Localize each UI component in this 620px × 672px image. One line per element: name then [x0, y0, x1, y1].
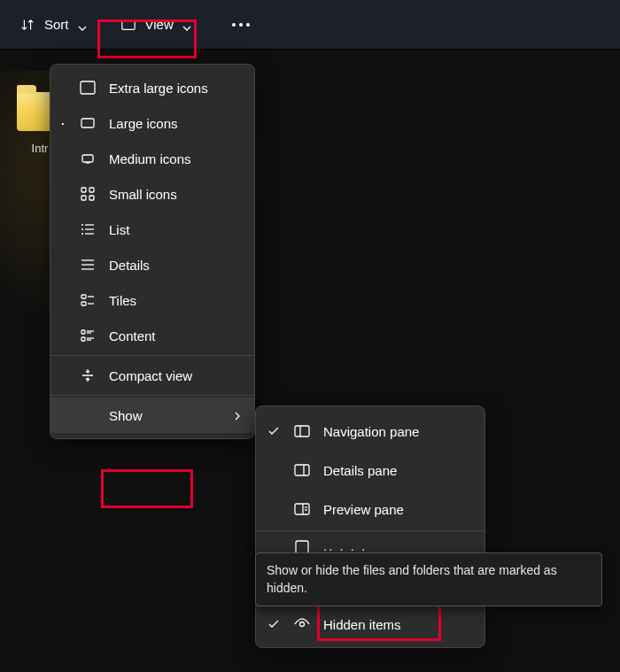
svg-rect-20	[81, 302, 86, 305]
more-button[interactable]	[220, 16, 262, 34]
menu-separator	[50, 355, 254, 356]
list-icon	[79, 220, 97, 238]
svg-rect-22	[81, 330, 85, 334]
extra-large-icons-icon	[79, 79, 97, 97]
menu-separator	[50, 395, 254, 396]
tooltip: Show or hide the files and folders that …	[255, 552, 602, 606]
menu-item-small-icons[interactable]: Small icons	[50, 176, 254, 212]
check-icon	[267, 618, 281, 630]
svg-rect-32	[295, 504, 309, 514]
blank-icon	[79, 406, 97, 424]
menu-label: Large icons	[109, 116, 178, 131]
menu-item-large-icons[interactable]: • Large icons	[50, 105, 254, 141]
submenu-item-details-pane[interactable]: Details pane	[256, 451, 484, 490]
menu-item-details[interactable]: Details	[50, 247, 254, 282]
view-label: View	[145, 17, 174, 32]
navigation-pane-icon	[293, 422, 311, 440]
menu-label: Show	[109, 408, 143, 423]
svg-rect-25	[81, 337, 85, 341]
selected-bullet: •	[59, 120, 66, 127]
hidden-items-icon	[293, 615, 311, 633]
sort-button[interactable]: Sort	[7, 10, 99, 40]
menu-separator	[256, 530, 484, 531]
sort-label: Sort	[44, 17, 69, 32]
menu-label: Content	[109, 328, 156, 344]
menu-label: Hidden items	[323, 617, 401, 632]
svg-rect-7	[81, 196, 86, 200]
menu-label: Details pane	[323, 463, 397, 478]
small-icons-icon	[79, 185, 97, 203]
menu-item-medium-icons[interactable]: Medium icons	[50, 141, 254, 176]
view-button[interactable]: View	[108, 10, 204, 40]
menu-item-tiles[interactable]: Tiles	[50, 282, 254, 318]
details-icon	[79, 256, 97, 274]
svg-rect-0	[121, 20, 134, 29]
svg-rect-5	[81, 188, 86, 192]
chevron-right-icon	[233, 408, 242, 423]
preview-pane-icon	[293, 500, 311, 518]
svg-rect-6	[89, 188, 94, 192]
menu-label: Extra large icons	[109, 81, 208, 96]
show-submenu-continued: Hidden items	[255, 600, 485, 648]
large-icons-icon	[79, 114, 97, 132]
svg-rect-3	[82, 155, 93, 162]
menu-label: Details	[109, 258, 150, 273]
svg-point-37	[300, 622, 305, 627]
submenu-item-navigation-pane[interactable]: Navigation pane	[256, 412, 484, 451]
menu-label: Navigation pane	[323, 424, 419, 439]
menu-label: Small icons	[109, 187, 177, 202]
submenu-item-hidden-items[interactable]: Hidden items	[256, 605, 484, 644]
svg-rect-28	[295, 426, 309, 436]
toolbar: Sort View	[0, 0, 620, 50]
svg-rect-30	[295, 465, 309, 475]
menu-label: Tiles	[109, 293, 136, 308]
content-icon	[79, 327, 97, 344]
sort-icon	[19, 17, 35, 33]
menu-label: Compact view	[109, 368, 192, 383]
menu-label: .. . . .	[323, 538, 367, 553]
menu-item-show[interactable]: Show	[50, 398, 254, 433]
submenu-item-preview-pane[interactable]: Preview pane	[256, 490, 484, 529]
svg-rect-8	[89, 196, 94, 200]
menu-label: Preview pane	[323, 502, 404, 517]
view-menu: Extra large icons • Large icons Medium i…	[50, 64, 255, 439]
menu-item-list[interactable]: List	[50, 212, 254, 247]
annotation-highlight	[101, 469, 193, 508]
chevron-down-icon	[78, 20, 87, 29]
svg-rect-36	[296, 541, 308, 553]
medium-icons-icon	[79, 150, 97, 167]
menu-label: Medium icons	[109, 151, 191, 166]
view-layout-icon	[120, 17, 136, 33]
compact-view-icon	[79, 367, 97, 384]
svg-rect-1	[81, 81, 95, 94]
menu-item-content[interactable]: Content	[50, 318, 254, 353]
menu-item-compact-view[interactable]: Compact view	[50, 358, 254, 393]
details-pane-icon	[293, 461, 311, 479]
svg-rect-2	[81, 119, 94, 127]
svg-rect-18	[81, 295, 86, 298]
tooltip-text: Show or hide the files and folders that …	[267, 563, 557, 595]
menu-label: List	[109, 222, 129, 237]
check-icon	[267, 425, 281, 437]
menu-item-extra-large-icons[interactable]: Extra large icons	[50, 70, 254, 105]
tiles-icon	[79, 291, 97, 309]
chevron-down-icon	[182, 20, 191, 29]
